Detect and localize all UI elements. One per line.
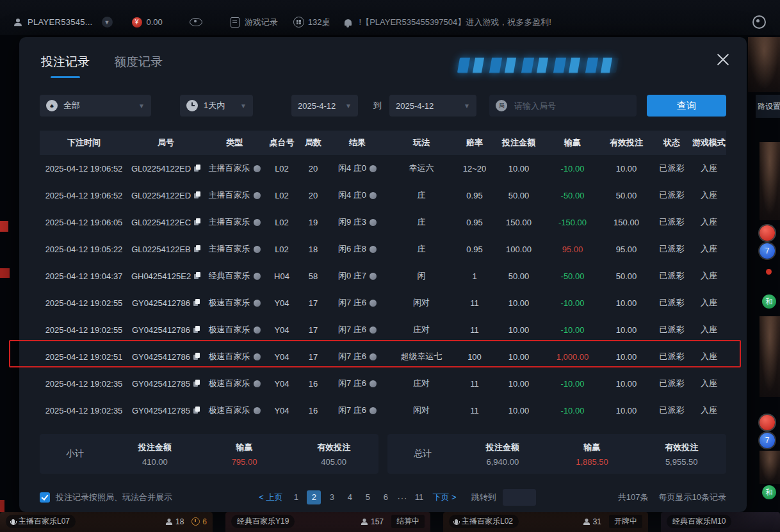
game-record-button[interactable]: 游戏记录	[245, 17, 278, 28]
table-row: 2025-04-12 19:02:35GY0425412785极速百家乐Y041…	[40, 370, 726, 397]
red-dot-icon	[766, 269, 772, 275]
valid-bet-cell: 95.00	[601, 245, 652, 254]
column-header: 投注金额	[493, 137, 544, 149]
viewer-count: 18	[165, 517, 184, 526]
bet-amount-cell: 10.00	[493, 325, 544, 335]
result-info-icon[interactable]	[370, 380, 377, 387]
page-button-5[interactable]: 5	[361, 490, 375, 504]
page-button-1[interactable]: 1	[289, 490, 303, 504]
result-info-icon[interactable]	[370, 219, 377, 226]
winloss-cell: 95.00	[544, 245, 601, 254]
round-count-cell: 19	[298, 218, 328, 227]
eye-icon[interactable]	[190, 18, 202, 26]
round-number-cell: GH04254125E2	[128, 271, 204, 281]
game-type-cell: 主播百家乐	[204, 163, 265, 174]
query-button[interactable]: 查询	[647, 95, 726, 117]
result-info-icon[interactable]	[370, 192, 377, 199]
date-from-select[interactable]: 2025-4-12 ▼	[291, 95, 358, 117]
prev-page-button[interactable]: < 上页	[259, 492, 282, 503]
column-header: 游戏模式	[692, 137, 726, 149]
banker-bead-icon	[760, 415, 775, 430]
page-button-6[interactable]: 6	[378, 490, 393, 504]
round-search-input[interactable]	[513, 101, 624, 111]
date-to-value: 2025-4-12	[396, 101, 434, 111]
page-button-11[interactable]: 11	[412, 490, 426, 504]
result-info-icon[interactable]	[370, 326, 377, 334]
video-card-bar: 主播百家乐L07186	[0, 512, 213, 531]
copy-icon[interactable]	[194, 191, 200, 199]
copy-icon[interactable]	[194, 272, 200, 280]
page-button-3[interactable]: 3	[325, 490, 339, 504]
background-fragment	[0, 221, 8, 232]
page-button-4[interactable]: 4	[343, 490, 357, 504]
round-number-icon: 局	[496, 100, 507, 111]
result-info-icon[interactable]	[370, 300, 377, 307]
chevron-down-icon[interactable]: ▼	[102, 17, 113, 28]
total-box: 总计 投注金额 6,940.00 输赢 1,885.50 有效投注 5,955.…	[387, 434, 726, 474]
game-type-cell: 极速百家乐	[204, 324, 265, 335]
service-icon[interactable]	[752, 15, 766, 29]
time-range-select[interactable]: 1天内 ▼	[180, 95, 253, 117]
copy-icon[interactable]	[193, 380, 200, 387]
copy-icon[interactable]	[193, 353, 200, 360]
result-info-icon[interactable]	[370, 353, 377, 360]
video-card-bar: 经典百家乐Y19157结算中	[225, 512, 430, 531]
bet-records-table: 下注时间局号类型桌台号局数结果玩法赔率投注金额输赢有效投注状态游戏模式 2025…	[40, 131, 726, 424]
jump-page-input[interactable]	[503, 489, 536, 506]
table-number-cell: L02	[265, 164, 298, 173]
game-mode-cell: 入座	[692, 324, 726, 335]
table-row: 2025-04-12 19:05:22GL02254122EB主播百家乐L021…	[40, 236, 726, 262]
copy-icon[interactable]	[193, 407, 200, 414]
viewer-count: 157	[361, 517, 384, 526]
close-icon[interactable]	[716, 52, 730, 67]
column-header: 状态	[652, 137, 692, 149]
table-count-button[interactable]: 132桌	[308, 17, 330, 28]
table-body: 2025-04-12 19:06:52GL02254122ED主播百家乐L022…	[40, 155, 726, 424]
copy-icon[interactable]	[194, 245, 200, 253]
game-mode-cell: 入座	[692, 297, 726, 309]
banker-bead-icon	[760, 225, 775, 241]
table-row: 2025-04-12 19:02:35GY0425412785极速百家乐Y041…	[40, 397, 726, 424]
date-to-select[interactable]: 2025-4-12 ▼	[389, 95, 476, 117]
result-info-icon[interactable]	[370, 407, 377, 414]
game-mode-cell: 入座	[692, 270, 726, 282]
merge-checkbox[interactable]	[40, 492, 50, 503]
copy-icon[interactable]	[194, 218, 200, 226]
result-cell: 闲9 庄3	[328, 216, 387, 228]
valid-bet-cell: 10.00	[601, 298, 652, 308]
game-type-cell: 极速百家乐	[204, 378, 265, 389]
result-info-icon[interactable]	[370, 246, 377, 253]
column-header: 局数	[298, 137, 328, 149]
odds-cell: 11	[456, 379, 493, 389]
status-cell: 已派彩	[652, 163, 692, 174]
result-info-icon[interactable]	[370, 165, 377, 172]
copy-icon[interactable]	[193, 326, 200, 334]
copy-icon[interactable]	[193, 299, 200, 307]
result-cell: 闲4 庄0	[328, 163, 387, 174]
result-info-icon[interactable]	[370, 273, 377, 280]
road-settings-label[interactable]: 路设置	[756, 95, 780, 118]
column-header: 类型	[204, 137, 265, 149]
video-card[interactable]: 经典百家乐M10	[661, 512, 780, 532]
table-name-label: 主播百家乐L07	[6, 515, 76, 528]
type-indicator-icon	[254, 192, 261, 199]
page-button-2[interactable]: 2	[307, 490, 321, 504]
valid-bet-cell: 10.00	[601, 379, 652, 389]
date-to-label: 到	[373, 100, 382, 111]
person-icon	[583, 518, 590, 524]
chevron-down-icon: ▼	[138, 102, 145, 109]
bet-amount-cell: 10.00	[493, 352, 544, 362]
tab-credit-records[interactable]: 额度记录	[114, 54, 163, 78]
tab-bet-records[interactable]: 投注记录	[41, 54, 90, 78]
next-page-button[interactable]: 下页 >	[432, 492, 456, 503]
column-header: 玩法	[387, 137, 456, 149]
video-card[interactable]: 经典百家乐Y19157结算中	[225, 512, 430, 532]
type-indicator-icon	[254, 300, 261, 307]
odds-cell: 1	[456, 271, 493, 281]
video-card[interactable]: 主播百家乐L0231开牌中	[443, 512, 648, 532]
video-card[interactable]: 主播百家乐L07186	[0, 512, 213, 532]
background-fragment	[0, 268, 10, 278]
game-type-select[interactable]: ♠ 全部 ▼	[40, 95, 151, 117]
copy-icon[interactable]	[194, 165, 200, 172]
bet-time-cell: 2025-04-12 19:05:22	[40, 245, 128, 254]
